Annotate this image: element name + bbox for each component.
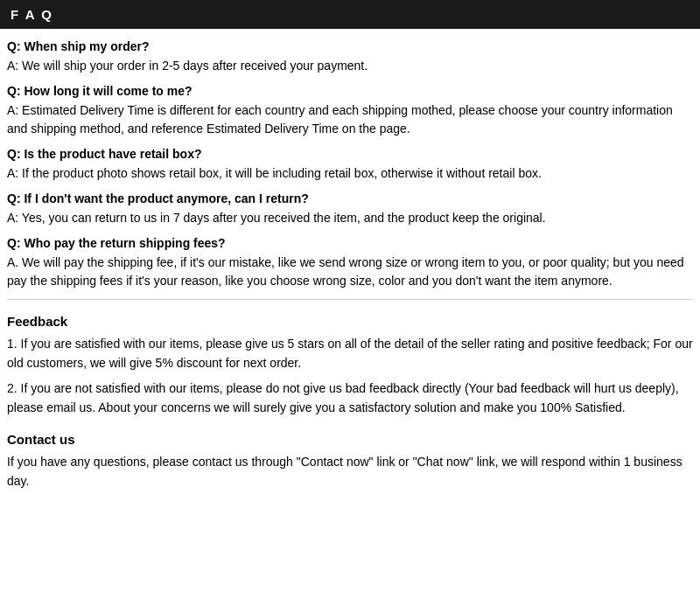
question-4: Q: If I don't want the product anymore, …	[7, 191, 693, 205]
faq-item-5: Q: Who pay the return shipping fees? A. …	[7, 236, 693, 290]
question-3: Q: Is the product have retail box?	[7, 147, 693, 161]
faq-list: Q: When ship my order? A: We will ship y…	[7, 39, 693, 290]
question-5: Q: Who pay the return shipping fees?	[7, 236, 693, 250]
answer-3: A: If the product photo shows retail box…	[7, 164, 693, 183]
answer-4: A: Yes, you can return to us in 7 days a…	[7, 209, 693, 227]
question-1: Q: When ship my order?	[7, 39, 693, 53]
faq-item-1: Q: When ship my order? A: We will ship y…	[7, 39, 693, 75]
contact-section: Contact us If you have any questions, pl…	[7, 432, 693, 491]
faq-item-3: Q: Is the product have retail box? A: If…	[7, 147, 693, 183]
answer-2: A: Estimated Delivery Time is different …	[7, 101, 693, 138]
contact-title: Contact us	[7, 432, 693, 447]
faq-header: F A Q	[0, 0, 700, 29]
contact-text: If you have any questions, please contac…	[7, 452, 693, 491]
feedback-title: Feedback	[7, 314, 693, 329]
faq-title: F A Q	[10, 7, 53, 22]
feedback-section: Feedback 1. If you are satisfied with ou…	[7, 314, 693, 418]
section-divider	[7, 299, 693, 300]
faq-item-4: Q: If I don't want the product anymore, …	[7, 191, 693, 227]
feedback-point-1: 1. If you are satisfied with our items, …	[7, 334, 693, 373]
feedback-point-2: 2. If you are not satisfied with our ite…	[7, 379, 693, 418]
faq-item-2: Q: How long it will come to me? A: Estim…	[7, 84, 693, 138]
answer-1: A: We will ship your order in 2-5 days a…	[7, 57, 693, 75]
question-2: Q: How long it will come to me?	[7, 84, 693, 98]
answer-5: A. We will pay the shipping fee, if it's…	[7, 254, 693, 290]
